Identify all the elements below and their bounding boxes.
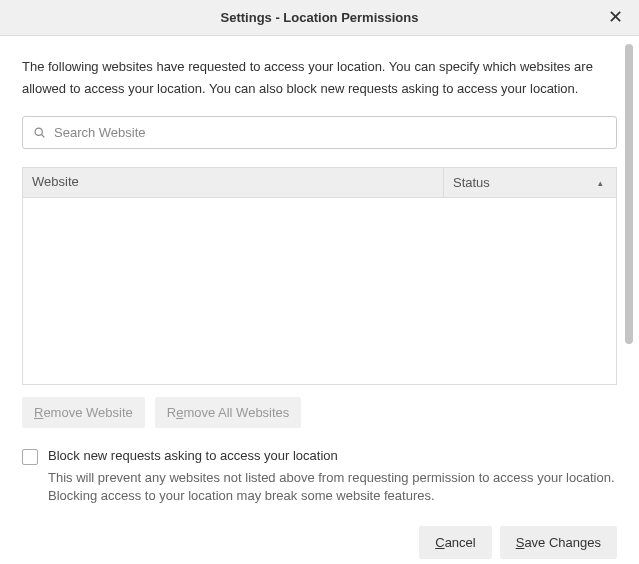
column-header-status[interactable]: Status ▴ [444,168,616,197]
svg-line-1 [42,135,45,138]
dialog-content: The following websites have requested to… [0,36,639,564]
dialog-header: Settings - Location Permissions ✕ [0,0,639,36]
column-header-status-label: Status [453,175,490,190]
block-requests-checkbox[interactable] [22,449,38,465]
sort-arrow-icon: ▴ [598,178,603,188]
scrollbar[interactable] [625,44,633,344]
search-box [22,116,617,149]
remove-website-button[interactable]: Remove Website [22,397,145,428]
search-icon [33,126,46,139]
website-table: Website Status ▴ [22,167,617,385]
dialog-title: Settings - Location Permissions [221,10,419,25]
close-button[interactable]: ✕ [602,6,629,28]
cancel-button[interactable]: Cancel [419,526,491,559]
remove-button-row: Remove Website Remove All Websites [22,397,617,428]
footer-buttons: Cancel Save Changes [22,526,617,559]
search-input[interactable] [54,125,606,140]
save-changes-button[interactable]: Save Changes [500,526,617,559]
table-header: Website Status ▴ [23,168,616,198]
svg-point-0 [35,128,42,135]
description-text: The following websites have requested to… [22,56,617,100]
table-body [23,198,616,384]
remove-all-websites-button[interactable]: Remove All Websites [155,397,302,428]
block-requests-section: Block new requests asking to access your… [22,448,617,505]
block-requests-label[interactable]: Block new requests asking to access your… [48,448,338,463]
column-header-website[interactable]: Website [23,168,444,197]
block-requests-description: This will prevent any websites not liste… [48,469,617,505]
